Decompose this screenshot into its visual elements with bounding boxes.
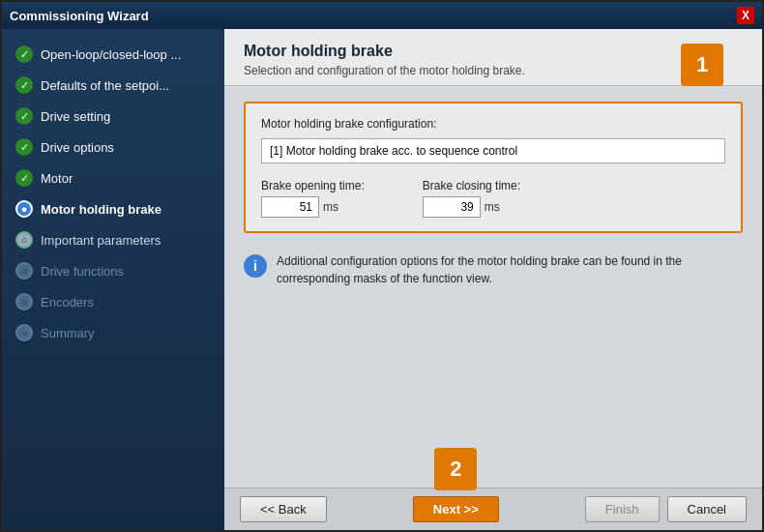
brake-opening-group: Brake opening time: ms bbox=[261, 179, 365, 218]
info-box: i Additional configuration options for t… bbox=[244, 249, 743, 291]
step-badge-1: 1 bbox=[681, 44, 723, 86]
step-icon-drive-options: ✓ bbox=[15, 138, 33, 156]
sidebar-label-drive-options: Drive options bbox=[41, 140, 114, 155]
sidebar-item-summary: ○ Summary bbox=[2, 317, 224, 348]
sidebar-label-drive-functions: Drive functions bbox=[41, 264, 124, 279]
sidebar-item-drive-options[interactable]: ✓ Drive options bbox=[2, 132, 224, 163]
info-icon: i bbox=[244, 254, 267, 278]
brake-config-select[interactable]: [0] No motor holding brake [1] Motor hol… bbox=[261, 138, 725, 163]
sidebar-item-motor-holding-brake[interactable]: ● Motor holding brake bbox=[2, 193, 224, 224]
sidebar-label-drive-setting: Drive setting bbox=[41, 109, 110, 124]
sidebar-label-motor: Motor bbox=[41, 171, 73, 186]
commissioning-wizard-window: Commissioning Wizard X ✓ Open-loop/close… bbox=[0, 0, 764, 532]
step-icon-encoders: ○ bbox=[15, 293, 33, 310]
brake-opening-input[interactable] bbox=[261, 196, 319, 218]
config-box: Motor holding brake configuration: [0] N… bbox=[244, 102, 743, 233]
time-fields: Brake opening time: ms Brake closing tim… bbox=[261, 179, 725, 218]
title-bar: Commissioning Wizard X bbox=[2, 2, 762, 29]
bottom-bar: << Back 2 Next >> Finish Cancel bbox=[224, 488, 762, 530]
step-icon-motor: ✓ bbox=[15, 169, 33, 187]
sidebar-item-important-parameters[interactable]: ○ Important parameters bbox=[2, 224, 224, 255]
window-title: Commissioning Wizard bbox=[10, 9, 149, 23]
sidebar-item-drive-setting[interactable]: ✓ Drive setting bbox=[2, 101, 224, 132]
step-icon-drive-functions: ○ bbox=[15, 262, 33, 280]
panel-body: 1 Motor holding brake configuration: [0]… bbox=[224, 86, 762, 488]
sidebar-item-drive-functions: ○ Drive functions bbox=[2, 255, 224, 286]
config-box-label: Motor holding brake configuration: bbox=[261, 117, 725, 131]
close-button[interactable]: X bbox=[737, 7, 754, 24]
right-panel: Motor holding brake Selection and config… bbox=[224, 29, 762, 530]
sidebar-label-motor-holding-brake: Motor holding brake bbox=[41, 202, 162, 217]
bottom-left: << Back bbox=[240, 496, 327, 522]
sidebar-item-defaults-setpoint[interactable]: ✓ Defaults of the setpoi... bbox=[2, 70, 224, 101]
step-icon-open-loop: ✓ bbox=[15, 45, 33, 63]
config-select-wrapper: [0] No motor holding brake [1] Motor hol… bbox=[261, 138, 725, 163]
step-badge-2: 2 bbox=[434, 448, 477, 490]
step-icon-drive-setting: ✓ bbox=[15, 107, 33, 125]
info-text: Additional configuration options for the… bbox=[277, 252, 743, 287]
next-button[interactable]: Next >> bbox=[413, 496, 499, 522]
back-button[interactable]: << Back bbox=[240, 496, 327, 522]
brake-closing-label: Brake closing time: bbox=[423, 179, 520, 192]
bottom-right: Finish Cancel bbox=[585, 496, 747, 522]
sidebar-item-motor[interactable]: ✓ Motor bbox=[2, 163, 224, 193]
brake-opening-row: ms bbox=[261, 196, 365, 218]
brake-closing-group: Brake closing time: ms bbox=[423, 179, 520, 218]
brake-closing-input[interactable] bbox=[423, 196, 481, 218]
finish-button[interactable]: Finish bbox=[585, 496, 660, 522]
panel-title: Motor holding brake bbox=[244, 43, 743, 60]
step-icon-motor-holding-brake: ● bbox=[15, 200, 33, 218]
brake-opening-unit: ms bbox=[323, 200, 338, 214]
step-icon-defaults-setpoint: ✓ bbox=[15, 76, 33, 94]
sidebar-label-open-loop: Open-loop/closed-loop ... bbox=[41, 47, 181, 62]
brake-closing-row: ms bbox=[423, 196, 520, 218]
sidebar-item-open-loop[interactable]: ✓ Open-loop/closed-loop ... bbox=[2, 39, 224, 70]
cancel-button[interactable]: Cancel bbox=[667, 496, 747, 522]
sidebar-label-important-parameters: Important parameters bbox=[41, 233, 161, 248]
sidebar-label-defaults-setpoint: Defaults of the setpoi... bbox=[41, 78, 169, 93]
bottom-center: 2 Next >> bbox=[327, 496, 585, 522]
panel-subtitle: Selection and configuration of the motor… bbox=[244, 64, 743, 77]
step-icon-important-parameters: ○ bbox=[15, 231, 33, 249]
sidebar: ✓ Open-loop/closed-loop ... ✓ Defaults o… bbox=[2, 29, 224, 530]
step-icon-summary: ○ bbox=[15, 324, 33, 341]
sidebar-label-summary: Summary bbox=[41, 326, 95, 340]
sidebar-label-encoders: Encoders bbox=[41, 295, 94, 310]
brake-opening-label: Brake opening time: bbox=[261, 179, 365, 192]
brake-closing-unit: ms bbox=[485, 200, 500, 214]
sidebar-item-encoders: ○ Encoders bbox=[2, 286, 224, 317]
main-content: ✓ Open-loop/closed-loop ... ✓ Defaults o… bbox=[2, 29, 762, 530]
